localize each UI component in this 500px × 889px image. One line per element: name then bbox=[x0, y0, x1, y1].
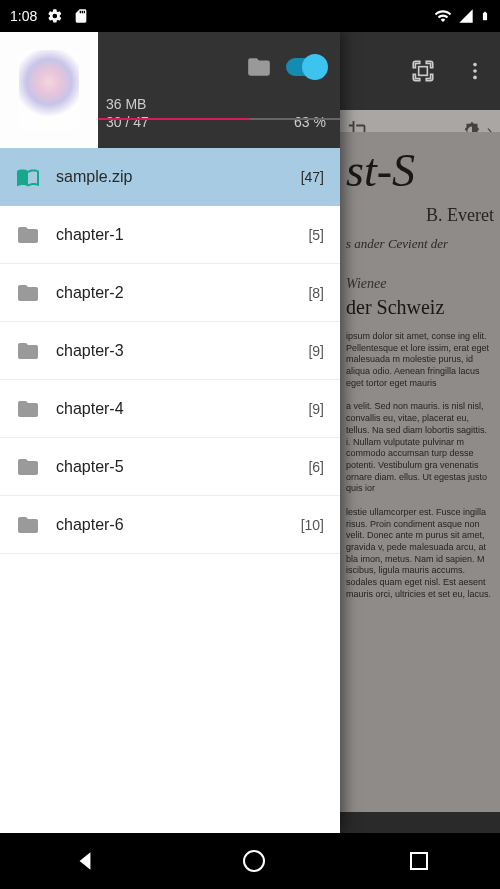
recent-button[interactable] bbox=[410, 852, 428, 870]
progress-pages: 30 / 47 bbox=[106, 114, 149, 130]
item-label: chapter-4 bbox=[56, 400, 292, 418]
item-label: sample.zip bbox=[56, 168, 285, 186]
doc-section-heading: der Schweiz bbox=[346, 296, 494, 319]
navigation-drawer: 36 MB 30 / 47 63 % sample.zip[47]chapter… bbox=[0, 32, 340, 833]
home-button[interactable] bbox=[243, 850, 265, 872]
back-button[interactable] bbox=[72, 848, 98, 874]
item-label: chapter-1 bbox=[56, 226, 292, 244]
svg-point-2 bbox=[473, 69, 477, 73]
folder-icon bbox=[16, 397, 40, 421]
file-size: 36 MB bbox=[106, 96, 326, 112]
fullscreen-icon[interactable] bbox=[410, 58, 436, 84]
folder-icon bbox=[16, 339, 40, 363]
android-nav-bar bbox=[0, 833, 500, 889]
app-top-bar bbox=[340, 32, 500, 110]
battery-icon bbox=[480, 7, 490, 25]
book-thumbnail[interactable] bbox=[0, 32, 98, 148]
item-label: chapter-6 bbox=[56, 516, 285, 534]
svg-rect-0 bbox=[419, 67, 428, 76]
progress-percent: 63 % bbox=[294, 114, 326, 130]
list-item[interactable]: sample.zip[47] bbox=[0, 148, 340, 206]
status-bar: 1:08 bbox=[0, 0, 500, 32]
svg-point-1 bbox=[473, 63, 477, 67]
toggle-switch[interactable] bbox=[286, 58, 326, 76]
doc-body-3: lestie ullamcorper est. Fusce ingilla ri… bbox=[346, 507, 494, 601]
item-count: [5] bbox=[308, 227, 324, 243]
sd-card-icon bbox=[73, 8, 89, 24]
list-item[interactable]: chapter-1[5] bbox=[0, 206, 340, 264]
document-page[interactable]: st-S B. Everet s ander Cevient der Wiene… bbox=[340, 132, 500, 812]
item-label: chapter-3 bbox=[56, 342, 292, 360]
more-icon[interactable] bbox=[464, 60, 486, 82]
item-count: [6] bbox=[308, 459, 324, 475]
list-item[interactable]: chapter-6[10] bbox=[0, 496, 340, 554]
item-count: [9] bbox=[308, 401, 324, 417]
doc-body-2: a velit. Sed non mauris. is nisl nisl, c… bbox=[346, 401, 494, 495]
chapter-list: sample.zip[47]chapter-1[5]chapter-2[8]ch… bbox=[0, 148, 340, 833]
folder-icon bbox=[16, 513, 40, 537]
list-item[interactable]: chapter-5[6] bbox=[0, 438, 340, 496]
list-item[interactable]: chapter-4[9] bbox=[0, 380, 340, 438]
progress-bar bbox=[98, 118, 340, 120]
wifi-icon bbox=[434, 7, 452, 25]
gear-icon bbox=[47, 8, 63, 24]
svg-point-3 bbox=[473, 76, 477, 80]
signal-icon bbox=[458, 8, 474, 24]
book-icon bbox=[16, 165, 40, 189]
item-label: chapter-2 bbox=[56, 284, 292, 302]
doc-body-1: ipsum dolor sit amet, conse ing elit. Pe… bbox=[346, 331, 494, 389]
doc-subtitle: s ander Cevient der bbox=[346, 236, 494, 252]
doc-author: B. Everet bbox=[346, 205, 494, 226]
doc-title: st-S bbox=[346, 144, 494, 197]
item-count: [9] bbox=[308, 343, 324, 359]
folder-icon bbox=[16, 223, 40, 247]
doc-section-sub: Wienee bbox=[346, 276, 494, 292]
drawer-header: 36 MB 30 / 47 63 % bbox=[0, 32, 340, 148]
item-count: [47] bbox=[301, 169, 324, 185]
folder-icon[interactable] bbox=[246, 54, 272, 80]
list-item[interactable]: chapter-3[9] bbox=[0, 322, 340, 380]
folder-icon bbox=[16, 455, 40, 479]
item-count: [8] bbox=[308, 285, 324, 301]
list-item[interactable]: chapter-2[8] bbox=[0, 264, 340, 322]
item-count: [10] bbox=[301, 517, 324, 533]
thumbnail-art bbox=[19, 50, 79, 130]
status-time: 1:08 bbox=[10, 8, 37, 24]
item-label: chapter-5 bbox=[56, 458, 292, 476]
folder-icon bbox=[16, 281, 40, 305]
